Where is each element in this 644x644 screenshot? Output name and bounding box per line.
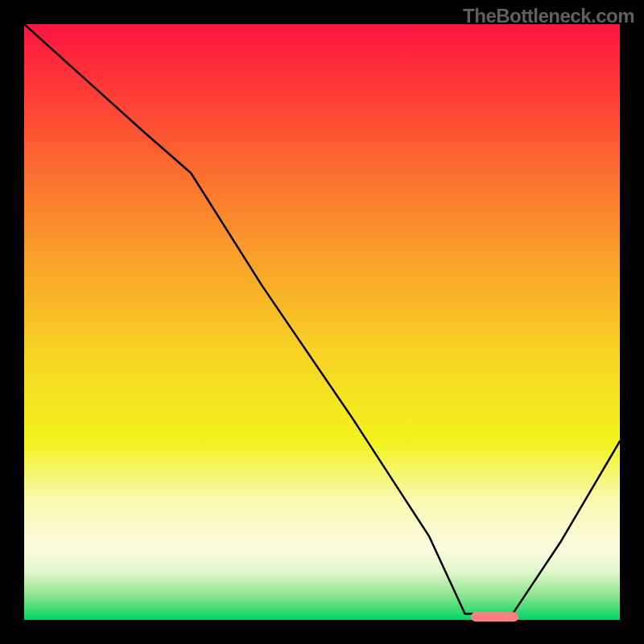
attribution-label: TheBottleneck.com bbox=[463, 5, 634, 27]
bottleneck-chart bbox=[0, 0, 644, 644]
chart-container: TheBottleneck.com bbox=[0, 0, 644, 644]
optimal-marker bbox=[471, 612, 518, 621]
plot-background bbox=[24, 24, 620, 620]
